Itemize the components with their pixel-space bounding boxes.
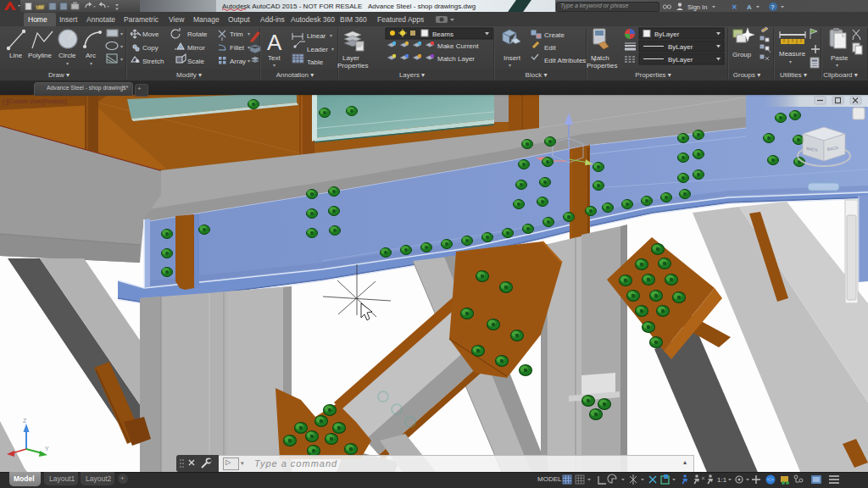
svg-text:Edit Attributes: Edit Attributes: [544, 57, 586, 64]
svg-text:▾: ▾: [248, 45, 250, 50]
svg-text:Circle: Circle: [58, 52, 76, 59]
svg-text:Beams: Beams: [432, 30, 453, 38]
svg-text:ByLayer: ByLayer: [654, 30, 680, 38]
svg-text:Table: Table: [307, 58, 324, 66]
svg-text:A: A: [747, 3, 752, 11]
svg-text:Scale: Scale: [187, 58, 205, 65]
svg-text:▾: ▾: [331, 47, 334, 52]
svg-text:Edit: Edit: [544, 44, 557, 52]
svg-text:▾: ▾: [330, 33, 332, 38]
svg-text:ByLayer: ByLayer: [668, 43, 693, 51]
svg-text:Sign In: Sign In: [687, 3, 707, 11]
svg-text:Measure: Measure: [779, 50, 806, 58]
svg-text:Text: Text: [268, 54, 281, 62]
svg-text:Insert: Insert: [504, 54, 521, 62]
svg-text:Y: Y: [45, 446, 49, 452]
svg-text:Paste: Paste: [831, 54, 849, 62]
svg-text:Mirror: Mirror: [187, 44, 205, 52]
svg-text:Properties: Properties: [337, 62, 368, 69]
svg-text:▾: ▾: [248, 31, 250, 36]
svg-text:1:1: 1:1: [717, 476, 727, 484]
svg-text:Trim: Trim: [230, 30, 243, 38]
svg-text:▾: ▾: [120, 31, 123, 36]
svg-text:▾: ▾: [66, 61, 69, 66]
svg-text:[-][Custom View][Realistic]: [-][Custom View][Realistic]: [3, 98, 67, 105]
svg-text:Make Current: Make Current: [437, 42, 479, 50]
svg-text:Match Layer: Match Layer: [437, 55, 475, 63]
svg-text:▾: ▾: [120, 44, 123, 49]
svg-text:Move: Move: [142, 30, 159, 38]
svg-text:A: A: [267, 30, 282, 55]
svg-text:▾: ▾: [248, 58, 250, 64]
svg-text:Fillet: Fillet: [230, 44, 245, 52]
svg-text:Match: Match: [591, 54, 609, 62]
svg-text:Linear: Linear: [307, 32, 326, 40]
svg-text:?: ?: [771, 4, 775, 10]
svg-text:✕: ✕: [732, 3, 737, 11]
svg-text:Group: Group: [732, 51, 752, 58]
svg-text:▾: ▾: [836, 63, 838, 68]
svg-text:Leader: Leader: [307, 46, 328, 53]
svg-text:Polyline: Polyline: [28, 52, 53, 59]
svg-text:▾: ▾: [273, 63, 275, 68]
svg-text:▾: ▾: [509, 63, 511, 68]
svg-text:Array: Array: [230, 58, 246, 65]
svg-text:Copy: Copy: [142, 44, 159, 52]
svg-text:Stretch: Stretch: [142, 58, 164, 65]
svg-text:Create: Create: [544, 31, 565, 39]
svg-text:Layer: Layer: [342, 54, 359, 62]
svg-text:ByLayer: ByLayer: [668, 56, 693, 64]
svg-text:Line: Line: [9, 52, 23, 59]
svg-text:Properties: Properties: [587, 62, 617, 69]
svg-text:Z: Z: [23, 418, 27, 424]
svg-text:▾: ▾: [789, 59, 792, 64]
svg-text:Rotate: Rotate: [187, 30, 208, 38]
svg-text:▾: ▾: [120, 57, 123, 62]
svg-text:Arc: Arc: [86, 52, 96, 59]
svg-text:▾: ▾: [90, 61, 92, 66]
